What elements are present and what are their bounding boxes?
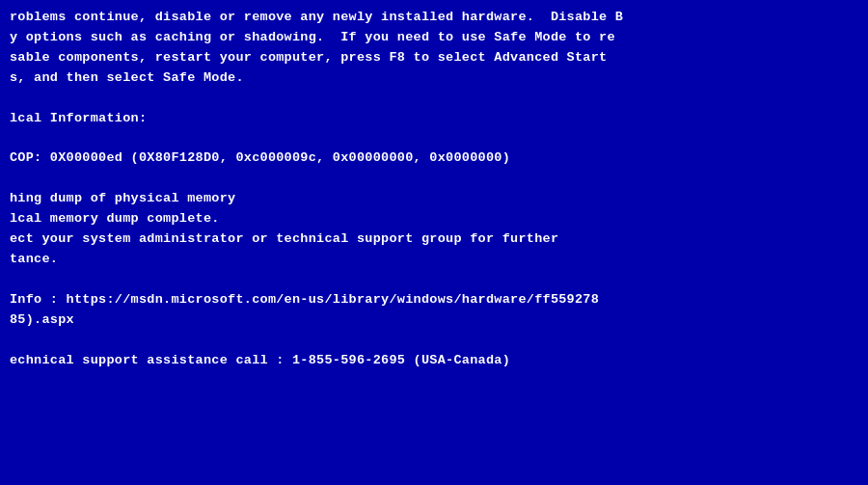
- bsod-screen: roblems continue, disable or remove any …: [0, 0, 868, 485]
- bsod-content: roblems continue, disable or remove any …: [0, 0, 868, 485]
